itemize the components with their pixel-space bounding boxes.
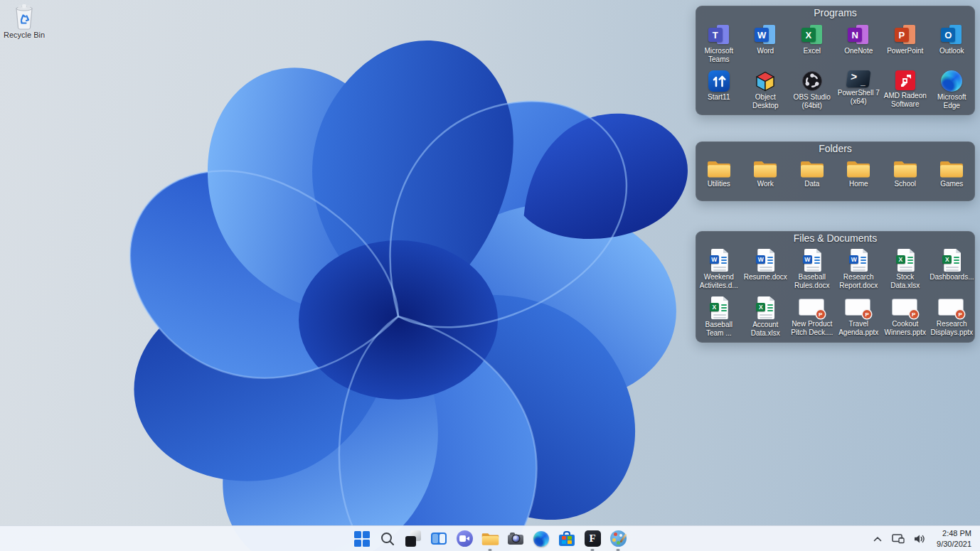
fence-item[interactable]: Home	[836, 157, 883, 200]
fence-item-label: Account Data.xlsx	[743, 321, 787, 337]
fence-item[interactable]: XDashboards...	[929, 247, 976, 294]
fence-item[interactable]: School	[882, 157, 929, 200]
tray-volume-button[interactable]	[912, 533, 927, 545]
fence-title[interactable]: Folders	[696, 141, 975, 157]
fence-item[interactable]: Object Desktop	[742, 68, 789, 115]
fence-item[interactable]: WBaseball Rules.docx	[789, 247, 836, 294]
taskbar-start-button[interactable]	[352, 529, 372, 549]
fence-item[interactable]: WResearch Report.docx	[836, 247, 883, 294]
word-file-icon: W	[710, 249, 728, 272]
taskbar-system-tray: 2:48 PM 9/30/2021	[871, 526, 974, 551]
running-indicator-dot	[489, 549, 492, 551]
taskbar-camera-button[interactable]	[506, 529, 526, 549]
fence-item-label: Travel Agenda.pptx	[836, 320, 880, 336]
fence-item[interactable]: AMD Radeon Software	[882, 68, 929, 115]
excel-file-icon: X	[896, 249, 915, 272]
fence-item-label: Research Displays.pptx	[930, 320, 974, 336]
fence-item[interactable]: Utilities	[696, 157, 742, 200]
fence-item-label: Baseball Team ...	[697, 321, 741, 337]
fence-item[interactable]: PNew Product Pitch Deck....	[789, 294, 836, 342]
file-badge-letter: X	[756, 303, 765, 311]
fence-item[interactable]: Start11	[696, 68, 742, 115]
fence-item[interactable]: WWeekend Activites.d...	[696, 247, 742, 294]
fence-item-label: Object Desktop	[743, 93, 787, 109]
fence-item[interactable]: >_PowerShell 7 (x64)	[836, 68, 883, 115]
recycle-bin-label: Recycle Bin	[4, 31, 45, 39]
tray-overflow-button[interactable]	[871, 534, 884, 544]
fence-item[interactable]: NOneNote	[836, 21, 883, 68]
folder-icon	[846, 159, 870, 178]
taskbar-search-button[interactable]	[378, 529, 398, 549]
clock-time: 2:48 PM	[937, 528, 971, 538]
tile-letter: T	[708, 28, 723, 42]
paint-palette-icon	[610, 530, 627, 547]
word-file-icon: W	[803, 249, 821, 272]
fence-item[interactable]: XExcel	[789, 21, 836, 68]
taskbar-paint-palette-button[interactable]	[608, 529, 628, 549]
taskbar-clock[interactable]: 2:48 PM 9/30/2021	[934, 528, 974, 550]
fence-item-label: Dashboards...	[930, 273, 974, 282]
fence-item[interactable]: WWord	[742, 21, 789, 68]
fence-title[interactable]: Programs	[696, 6, 975, 21]
fence-item[interactable]: TMicrosoft Teams	[696, 21, 742, 68]
camera-icon	[508, 533, 523, 545]
excel-icon: X	[800, 23, 824, 46]
fence-item[interactable]: XBaseball Team ...	[696, 294, 742, 342]
start11-icon	[708, 70, 730, 92]
powerpoint-file-icon: P	[846, 299, 871, 319]
fence-item[interactable]: Work	[742, 157, 789, 200]
recycle-bin[interactable]: Recycle Bin	[3, 4, 46, 39]
fence-item-label: Microsoft Teams	[697, 47, 741, 63]
volume-icon	[914, 534, 926, 544]
folder-icon	[893, 159, 917, 178]
fence-item-label: Work	[757, 180, 774, 188]
taskbar-file-explorer-button[interactable]	[480, 529, 500, 549]
file-badge-letter: X	[710, 303, 719, 311]
file-badge-letter: W	[803, 255, 812, 264]
folder-icon	[707, 159, 731, 178]
fence-item-label: Home	[849, 180, 868, 188]
taskbar-teams-chat-button[interactable]	[454, 529, 474, 549]
tile-letter: X	[801, 28, 816, 42]
fence-item[interactable]: PCookout Winners.pptx	[882, 294, 929, 342]
excel-file-icon: X	[942, 249, 961, 272]
fence-item[interactable]: Data	[789, 157, 836, 200]
search-icon	[380, 531, 395, 547]
taskbar-edge-button[interactable]	[531, 529, 551, 549]
fence-item[interactable]: XStock Data.xlsx	[882, 247, 929, 294]
microsoft-store-icon	[559, 531, 575, 547]
taskbar-microsoft-store-button[interactable]	[557, 529, 577, 549]
fence-item[interactable]: PResearch Displays.pptx	[929, 294, 976, 342]
fence-item[interactable]: XAccount Data.xlsx	[742, 294, 789, 342]
fence-item-label: PowerShell 7 (x64)	[836, 89, 880, 105]
fence-title[interactable]: Files & Documents	[696, 231, 975, 247]
fence-item-label: Stock Data.xlsx	[883, 273, 927, 289]
word-file-icon: W	[849, 249, 868, 272]
fence-item[interactable]: Microsoft Edge	[929, 68, 976, 115]
running-indicator-dot	[617, 549, 620, 551]
fence-item[interactable]: PTravel Agenda.pptx	[836, 294, 883, 342]
excel-file-icon: X	[710, 296, 728, 319]
fence-item[interactable]: OBS Studio (64bit)	[789, 68, 836, 115]
fences-icon: F	[585, 530, 601, 547]
taskbar: F	[0, 525, 980, 551]
fence-files-grid: WWeekend Activites.d...WResume.docxWBase…	[696, 247, 975, 342]
fence-item-label: OBS Studio (64bit)	[790, 93, 834, 109]
taskbar-stacked-squares-button[interactable]	[403, 529, 423, 549]
running-indicator-dot	[591, 549, 595, 551]
taskbar-fences-button[interactable]: F	[582, 529, 602, 549]
fence-item[interactable]: WResume.docx	[742, 247, 789, 294]
fence-programs-grid: TMicrosoft TeamsWWordXExcelNOneNotePPowe…	[696, 21, 975, 115]
fence-item-label: Start11	[708, 93, 730, 102]
fence-item-label: AMD Radeon Software	[883, 92, 927, 108]
fence-item[interactable]: Games	[929, 157, 976, 200]
tray-network-button[interactable]	[890, 533, 906, 545]
fence-item[interactable]: PPowerPoint	[882, 21, 929, 68]
file-badge-letter: P	[816, 310, 825, 319]
powerpoint-file-icon: P	[799, 299, 825, 319]
taskbar-split-window-button[interactable]	[429, 529, 449, 549]
word-file-icon: W	[756, 249, 774, 272]
stacked-squares-icon	[405, 530, 422, 547]
tile-letter: N	[848, 28, 862, 42]
fence-item[interactable]: OOutlook	[929, 21, 976, 68]
